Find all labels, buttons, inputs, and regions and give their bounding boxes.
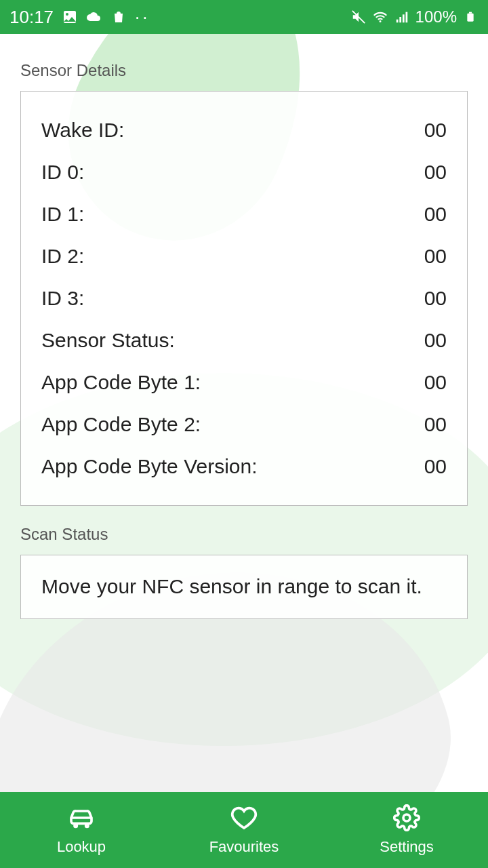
- scan-status-message: Move your NFC sensor in range to scan it…: [41, 573, 447, 601]
- detail-value: 00: [424, 287, 447, 310]
- nav-label: Settings: [380, 838, 434, 856]
- shopping-bag-icon: [110, 9, 127, 25]
- detail-value: 00: [424, 371, 447, 394]
- status-bar: 10:17 ·· 100%: [0, 0, 488, 34]
- svg-rect-3: [396, 20, 398, 23]
- nav-label: Favourites: [209, 838, 279, 856]
- bottom-nav: Lookup Favourites Settings: [0, 792, 488, 868]
- scan-status-card: Move your NFC sensor in range to scan it…: [20, 555, 468, 619]
- car-icon: [68, 804, 95, 834]
- battery-percentage: 100%: [415, 7, 457, 26]
- detail-value: 00: [424, 203, 447, 226]
- svg-point-1: [66, 13, 68, 16]
- cloud-icon: [86, 9, 102, 25]
- detail-label: App Code Byte 2:: [41, 413, 201, 436]
- detail-row: ID 3: 00: [41, 277, 447, 319]
- detail-label: ID 2:: [41, 245, 84, 268]
- detail-label: Sensor Status:: [41, 329, 175, 352]
- detail-row: ID 0: 00: [41, 151, 447, 193]
- detail-row: App Code Byte 1: 00: [41, 361, 447, 403]
- detail-label: App Code Byte Version:: [41, 455, 258, 478]
- svg-rect-5: [403, 14, 405, 22]
- detail-row: ID 2: 00: [41, 235, 447, 277]
- svg-rect-4: [399, 17, 401, 22]
- sensor-details-title: Sensor Details: [20, 61, 468, 80]
- svg-rect-7: [467, 14, 473, 22]
- nav-settings[interactable]: Settings: [325, 792, 488, 868]
- heart-icon: [230, 804, 258, 834]
- more-notifications-icon: ··: [135, 7, 150, 28]
- detail-value: 00: [424, 455, 447, 478]
- svg-point-9: [403, 814, 410, 821]
- nav-lookup[interactable]: Lookup: [0, 792, 163, 868]
- main-content: Sensor Details Wake ID: 00 ID 0: 00 ID 1…: [0, 34, 488, 792]
- detail-label: ID 0:: [41, 161, 84, 184]
- detail-value: 00: [424, 119, 447, 142]
- detail-row: App Code Byte 2: 00: [41, 403, 447, 446]
- svg-rect-8: [469, 12, 472, 14]
- detail-value: 00: [424, 245, 447, 268]
- detail-row: Wake ID: 00: [41, 109, 447, 151]
- status-time: 10:17: [9, 7, 54, 28]
- detail-row: ID 1: 00: [41, 193, 447, 235]
- sensor-details-card: Wake ID: 00 ID 0: 00 ID 1: 00 ID 2: 00 I…: [20, 91, 468, 506]
- detail-row: Sensor Status: 00: [41, 319, 447, 361]
- detail-value: 00: [424, 161, 447, 184]
- svg-rect-6: [405, 12, 407, 23]
- detail-value: 00: [424, 329, 447, 352]
- detail-row: App Code Byte Version: 00: [41, 446, 447, 488]
- detail-value: 00: [424, 413, 447, 436]
- scan-status-title: Scan Status: [20, 525, 468, 544]
- gear-icon: [393, 804, 420, 834]
- image-icon: [62, 9, 78, 25]
- mute-icon: [350, 9, 367, 25]
- nav-label: Lookup: [57, 838, 106, 856]
- detail-label: ID 3:: [41, 287, 84, 310]
- detail-label: ID 1:: [41, 203, 84, 226]
- signal-icon: [394, 9, 410, 25]
- wifi-icon: [372, 9, 388, 25]
- detail-label: App Code Byte 1:: [41, 371, 201, 394]
- detail-label: Wake ID:: [41, 119, 124, 142]
- nav-favourites[interactable]: Favourites: [163, 792, 325, 868]
- battery-icon: [462, 9, 479, 25]
